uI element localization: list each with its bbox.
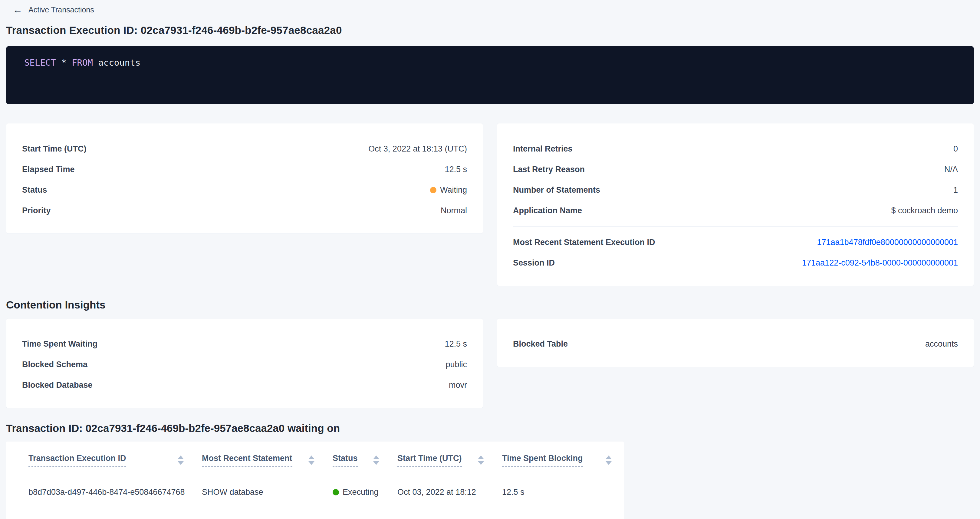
breadcrumb[interactable]: ← Active Transactions (6, 3, 974, 16)
sort-asc-icon (606, 456, 612, 459)
application-name-value: $ cockroach demo (891, 206, 958, 215)
overview-card-left: Start Time (UTC) Oct 3, 2022 at 18:13 (U… (6, 123, 483, 234)
sort-icon[interactable] (373, 456, 379, 465)
column-label: Transaction Execution ID (29, 454, 126, 467)
contention-row-blocked-schema: Blocked Schema public (22, 354, 467, 375)
blocked-table-label: Blocked Table (513, 339, 568, 349)
internal-retries-label: Internal Retries (513, 144, 573, 154)
column-header-transaction-execution-id[interactable]: Transaction Execution ID (29, 454, 202, 467)
sort-desc-icon (309, 461, 315, 465)
sort-asc-icon (373, 456, 379, 459)
priority-value: Normal (441, 206, 467, 215)
last-retry-reason-label: Last Retry Reason (513, 165, 585, 174)
summary-row-priority: Priority Normal (22, 200, 467, 221)
last-retry-reason-value: N/A (944, 165, 958, 174)
sql-statement-box: SELECT * FROM accounts (6, 46, 974, 104)
sort-desc-icon (178, 461, 184, 465)
summary-row-application-name: Application Name $ cockroach demo (513, 200, 958, 221)
internal-retries-value: 0 (953, 144, 958, 154)
priority-label: Priority (22, 206, 51, 215)
waiting-on-table-card: Transaction Execution ID Most Recent Sta… (6, 441, 624, 519)
session-id-link[interactable]: 171aa122-c092-54b8-0000-000000000001 (802, 258, 958, 268)
blocked-schema-label: Blocked Schema (22, 360, 88, 369)
waiting-status-dot-icon (430, 187, 436, 193)
summary-row-start-time: Start Time (UTC) Oct 3, 2022 at 18:13 (U… (22, 138, 467, 159)
executing-status-dot-icon (332, 489, 339, 495)
column-header-status[interactable]: Status (332, 454, 398, 467)
status-value: Waiting (440, 186, 467, 194)
sql-operator: * (56, 57, 72, 68)
summary-row-statement-execution-id: Most Recent Statement Execution ID 171aa… (513, 232, 958, 252)
start-time-value: Oct 3, 2022 at 18:13 (UTC) (368, 144, 467, 154)
elapsed-time-label: Elapsed Time (22, 165, 75, 174)
column-header-start-time[interactable]: Start Time (UTC) (398, 454, 502, 467)
waiting-on-table-header: Transaction Execution ID Most Recent Sta… (29, 454, 612, 471)
sort-icon[interactable] (178, 456, 184, 465)
waiting-on-heading: Transaction ID: 02ca7931-f246-469b-b2fe-… (6, 422, 974, 434)
cell-status: Executing (332, 487, 398, 497)
status-badge: Waiting (430, 186, 467, 195)
summary-row-elapsed-time: Elapsed Time 12.5 s (22, 159, 467, 179)
column-label: Start Time (UTC) (398, 454, 462, 467)
blocked-database-label: Blocked Database (22, 381, 92, 390)
contention-row-time-spent-waiting: Time Spent Waiting 12.5 s (22, 333, 467, 354)
sort-asc-icon (309, 456, 315, 459)
time-spent-waiting-label: Time Spent Waiting (22, 339, 97, 349)
time-spent-waiting-value: 12.5 s (445, 339, 467, 349)
column-header-time-spent-blocking[interactable]: Time Spent Blocking (502, 454, 612, 467)
contention-row-blocked-table: Blocked Table accounts (513, 333, 958, 354)
overview-cards-row: Start Time (UTC) Oct 3, 2022 at 18:13 (U… (6, 123, 974, 286)
cell-transaction-execution-id: b8d7d03a-d497-446b-8474-e50846674768 (29, 487, 202, 497)
blocked-database-value: movr (449, 381, 467, 390)
contention-card-left: Time Spent Waiting 12.5 s Blocked Schema… (6, 318, 483, 408)
contention-insights-heading: Contention Insights (6, 299, 974, 311)
contention-row-blocked-database: Blocked Database movr (22, 375, 467, 395)
table-row: b8d7d03a-d497-446b-8474-e50846674768 SHO… (29, 471, 612, 513)
breadcrumb-active-transactions-link[interactable]: Active Transactions (29, 5, 94, 14)
contention-cards-row: Time Spent Waiting 12.5 s Blocked Schema… (6, 318, 974, 408)
cell-time-spent-blocking: 12.5 s (502, 487, 612, 497)
status-value: Executing (343, 487, 379, 497)
summary-row-status: Status Waiting (22, 179, 467, 200)
start-time-label: Start Time (UTC) (22, 144, 87, 154)
blocked-table-value: accounts (925, 339, 958, 349)
status-label: Status (22, 186, 47, 195)
cell-most-recent-statement: SHOW database (202, 487, 332, 497)
sort-asc-icon (178, 456, 184, 459)
sort-icon[interactable] (309, 456, 315, 465)
statement-execution-id-label: Most Recent Statement Execution ID (513, 238, 655, 247)
sql-keyword-select: SELECT (24, 57, 56, 68)
column-label: Most Recent Statement (202, 454, 293, 467)
sort-desc-icon (606, 461, 612, 465)
card-divider (513, 226, 958, 227)
sql-table-name: accounts (93, 57, 140, 68)
sql-keyword-from: FROM (72, 57, 93, 68)
sort-desc-icon (373, 461, 379, 465)
summary-row-number-of-statements: Number of Statements 1 (513, 179, 958, 200)
sort-asc-icon (478, 456, 484, 459)
page-title: Transaction Execution ID: 02ca7931-f246-… (6, 24, 974, 36)
application-name-label: Application Name (513, 206, 582, 215)
cell-start-time: Oct 03, 2022 at 18:12 (398, 487, 502, 497)
contention-card-right: Blocked Table accounts (497, 318, 974, 367)
column-label: Status (332, 454, 358, 467)
statement-execution-id-link[interactable]: 171aa1b478fdf0e80000000000000001 (817, 238, 958, 247)
sort-icon[interactable] (478, 456, 484, 465)
active-transaction-details-page: ← Active Transactions Transaction Execut… (0, 0, 980, 519)
overview-card-right: Internal Retries 0 Last Retry Reason N/A… (497, 123, 974, 286)
elapsed-time-value: 12.5 s (445, 165, 467, 174)
column-label: Time Spent Blocking (502, 454, 583, 467)
sort-icon[interactable] (606, 456, 612, 465)
back-arrow-icon[interactable]: ← (13, 5, 22, 14)
summary-row-session-id: Session ID 171aa122-c092-54b8-0000-00000… (513, 252, 958, 273)
number-of-statements-label: Number of Statements (513, 186, 600, 195)
column-header-most-recent-statement[interactable]: Most Recent Statement (202, 454, 332, 467)
sort-desc-icon (478, 461, 484, 465)
session-id-label: Session ID (513, 258, 555, 268)
blocked-schema-value: public (445, 360, 467, 369)
summary-row-internal-retries: Internal Retries 0 (513, 138, 958, 159)
summary-row-last-retry-reason: Last Retry Reason N/A (513, 159, 958, 179)
number-of-statements-value: 1 (953, 186, 958, 195)
